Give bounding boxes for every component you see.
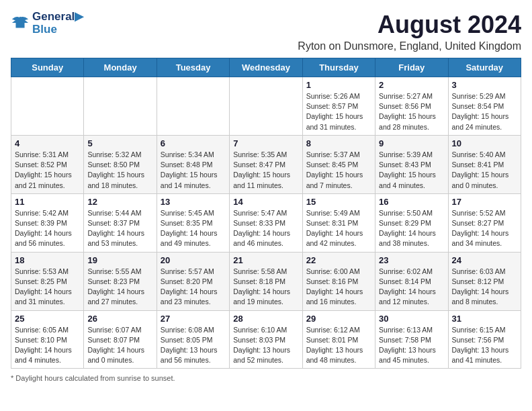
day-info: Sunrise: 5:32 AM Sunset: 8:50 PM Dayligh… (87, 150, 152, 191)
day-cell: 14Sunrise: 5:47 AM Sunset: 8:33 PM Dayli… (230, 193, 302, 252)
day-info: Sunrise: 5:44 AM Sunset: 8:37 PM Dayligh… (87, 208, 152, 249)
day-cell: 13Sunrise: 5:45 AM Sunset: 8:35 PM Dayli… (157, 193, 229, 252)
week-row-5: 25Sunrise: 6:05 AM Sunset: 8:10 PM Dayli… (11, 310, 521, 369)
day-cell: 27Sunrise: 6:08 AM Sunset: 8:05 PM Dayli… (157, 310, 229, 369)
day-cell: 15Sunrise: 5:49 AM Sunset: 8:31 PM Dayli… (302, 193, 375, 252)
week-row-3: 11Sunrise: 5:42 AM Sunset: 8:39 PM Dayli… (11, 193, 521, 252)
day-number: 13 (161, 197, 226, 207)
day-cell: 25Sunrise: 6:05 AM Sunset: 8:10 PM Dayli… (11, 310, 84, 369)
calendar-table: SundayMondayTuesdayWednesdayThursdayFrid… (11, 58, 521, 369)
day-number: 1 (306, 80, 371, 90)
day-number: 30 (379, 314, 444, 324)
week-row-1: 1Sunrise: 5:26 AM Sunset: 8:57 PM Daylig… (11, 77, 521, 136)
day-cell: 6Sunrise: 5:34 AM Sunset: 8:48 PM Daylig… (157, 135, 229, 193)
logo: General▶ Blue (11, 11, 83, 36)
day-number: 10 (452, 138, 517, 148)
day-number: 16 (379, 197, 444, 207)
day-info: Sunrise: 5:52 AM Sunset: 8:27 PM Dayligh… (452, 208, 517, 249)
day-cell: 7Sunrise: 5:35 AM Sunset: 8:47 PM Daylig… (230, 135, 302, 193)
col-header-tuesday: Tuesday (157, 58, 229, 77)
day-number: 3 (452, 80, 517, 90)
subtitle: Ryton on Dunsmore, England, United Kingd… (298, 40, 521, 52)
header: General▶ Blue August 2024 Ryton on Dunsm… (11, 11, 521, 52)
day-cell: 3Sunrise: 5:29 AM Sunset: 8:54 PM Daylig… (448, 77, 521, 136)
day-info: Sunrise: 5:49 AM Sunset: 8:31 PM Dayligh… (306, 208, 371, 249)
day-info: Sunrise: 5:29 AM Sunset: 8:54 PM Dayligh… (452, 91, 517, 132)
day-number: 31 (452, 314, 517, 324)
day-info: Sunrise: 5:37 AM Sunset: 8:45 PM Dayligh… (306, 150, 371, 191)
day-cell: 30Sunrise: 6:13 AM Sunset: 7:58 PM Dayli… (375, 310, 448, 369)
day-cell: 22Sunrise: 6:00 AM Sunset: 8:16 PM Dayli… (302, 252, 375, 310)
day-info: Sunrise: 5:31 AM Sunset: 8:52 PM Dayligh… (15, 150, 80, 191)
day-info: Sunrise: 6:10 AM Sunset: 8:03 PM Dayligh… (233, 325, 298, 366)
day-number: 26 (87, 314, 152, 324)
day-cell: 10Sunrise: 5:40 AM Sunset: 8:41 PM Dayli… (448, 135, 521, 193)
day-number: 11 (15, 197, 80, 207)
day-number: 7 (233, 138, 298, 148)
main-title: August 2024 (298, 11, 521, 39)
day-number: 8 (306, 138, 371, 148)
day-cell: 29Sunrise: 6:12 AM Sunset: 8:01 PM Dayli… (302, 310, 375, 369)
footer-text: Daylight hours (15, 374, 62, 382)
week-row-2: 4Sunrise: 5:31 AM Sunset: 8:52 PM Daylig… (11, 135, 521, 193)
day-info: Sunrise: 5:57 AM Sunset: 8:20 PM Dayligh… (161, 267, 226, 308)
day-number: 2 (379, 80, 444, 90)
day-number: 23 (379, 255, 444, 265)
day-number: 20 (161, 255, 226, 265)
col-header-monday: Monday (84, 58, 157, 77)
col-header-friday: Friday (375, 58, 448, 77)
day-cell: 8Sunrise: 5:37 AM Sunset: 8:45 PM Daylig… (302, 135, 375, 193)
day-number: 15 (306, 197, 371, 207)
day-number: 25 (15, 314, 80, 324)
col-header-thursday: Thursday (302, 58, 375, 77)
day-cell (11, 77, 84, 136)
week-row-4: 18Sunrise: 5:53 AM Sunset: 8:25 PM Dayli… (11, 252, 521, 310)
day-info: Sunrise: 6:13 AM Sunset: 7:58 PM Dayligh… (379, 325, 444, 366)
day-cell: 28Sunrise: 6:10 AM Sunset: 8:03 PM Dayli… (230, 310, 302, 369)
day-number: 18 (15, 255, 80, 265)
day-number: 22 (306, 255, 371, 265)
day-cell: 31Sunrise: 6:15 AM Sunset: 7:56 PM Dayli… (448, 310, 521, 369)
day-info: Sunrise: 6:15 AM Sunset: 7:56 PM Dayligh… (452, 325, 517, 366)
day-info: Sunrise: 5:47 AM Sunset: 8:33 PM Dayligh… (233, 208, 298, 249)
day-cell: 23Sunrise: 6:02 AM Sunset: 8:14 PM Dayli… (375, 252, 448, 310)
day-info: Sunrise: 6:07 AM Sunset: 8:07 PM Dayligh… (87, 325, 152, 366)
day-number: 5 (87, 138, 152, 148)
day-info: Sunrise: 6:00 AM Sunset: 8:16 PM Dayligh… (306, 267, 371, 308)
day-cell: 9Sunrise: 5:39 AM Sunset: 8:43 PM Daylig… (375, 135, 448, 193)
day-number: 17 (452, 197, 517, 207)
day-cell: 17Sunrise: 5:52 AM Sunset: 8:27 PM Dayli… (448, 193, 521, 252)
day-info: Sunrise: 5:39 AM Sunset: 8:43 PM Dayligh… (379, 150, 444, 191)
day-number: 6 (161, 138, 226, 148)
day-cell: 20Sunrise: 5:57 AM Sunset: 8:20 PM Dayli… (157, 252, 229, 310)
logo-icon (11, 14, 30, 33)
day-number: 28 (233, 314, 298, 324)
day-number: 9 (379, 138, 444, 148)
day-info: Sunrise: 5:50 AM Sunset: 8:29 PM Dayligh… (379, 208, 444, 249)
day-info: Sunrise: 6:12 AM Sunset: 8:01 PM Dayligh… (306, 325, 371, 366)
day-cell (157, 77, 229, 136)
day-number: 21 (233, 255, 298, 265)
day-info: Sunrise: 5:27 AM Sunset: 8:56 PM Dayligh… (379, 91, 444, 132)
day-number: 12 (87, 197, 152, 207)
day-number: 29 (306, 314, 371, 324)
day-cell: 4Sunrise: 5:31 AM Sunset: 8:52 PM Daylig… (11, 135, 84, 193)
footer-note: * Daylight hours calculated from sunrise… (11, 374, 521, 382)
day-number: 24 (452, 255, 517, 265)
col-header-sunday: Sunday (11, 58, 84, 77)
title-block: August 2024 Ryton on Dunsmore, England, … (298, 11, 521, 52)
day-cell: 24Sunrise: 6:03 AM Sunset: 8:12 PM Dayli… (448, 252, 521, 310)
day-info: Sunrise: 5:55 AM Sunset: 8:23 PM Dayligh… (87, 267, 152, 308)
day-info: Sunrise: 5:26 AM Sunset: 8:57 PM Dayligh… (306, 91, 371, 132)
day-info: Sunrise: 5:40 AM Sunset: 8:41 PM Dayligh… (452, 150, 517, 191)
day-cell: 16Sunrise: 5:50 AM Sunset: 8:29 PM Dayli… (375, 193, 448, 252)
day-cell: 26Sunrise: 6:07 AM Sunset: 8:07 PM Dayli… (84, 310, 157, 369)
day-cell: 12Sunrise: 5:44 AM Sunset: 8:37 PM Dayli… (84, 193, 157, 252)
day-info: Sunrise: 5:58 AM Sunset: 8:18 PM Dayligh… (233, 267, 298, 308)
day-info: Sunrise: 5:45 AM Sunset: 8:35 PM Dayligh… (161, 208, 226, 249)
day-number: 14 (233, 197, 298, 207)
day-cell (84, 77, 157, 136)
calendar-header-row: SundayMondayTuesdayWednesdayThursdayFrid… (11, 58, 521, 77)
day-cell (230, 77, 302, 136)
day-info: Sunrise: 5:53 AM Sunset: 8:25 PM Dayligh… (15, 267, 80, 308)
